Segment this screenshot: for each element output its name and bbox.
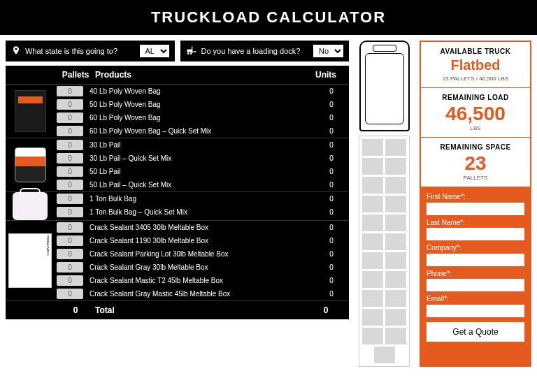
total-pallets: 0 <box>60 305 91 315</box>
svg-rect-1 <box>192 46 192 52</box>
state-label: What state is this going to? <box>25 47 117 55</box>
state-select[interactable]: AL <box>140 45 169 57</box>
pallet-input[interactable] <box>57 86 83 96</box>
available-truck-label: AVAILABLE TRUCK <box>424 48 527 55</box>
product-name: 50 Lb Pail <box>85 168 314 175</box>
pallet-input[interactable] <box>57 140 83 150</box>
dock-label: Do you have a loading dock? <box>201 47 301 55</box>
product-units: 0 <box>314 237 349 245</box>
pallet-input[interactable] <box>57 99 83 110</box>
pallet-slot <box>362 271 383 288</box>
product-row: 40 Lb Poly Woven Bag0 <box>55 85 349 98</box>
truck-cab-icon <box>359 41 410 131</box>
email-input[interactable] <box>427 305 524 317</box>
header-products: Products <box>91 70 308 80</box>
product-units: 0 <box>314 263 349 271</box>
header-units: Units <box>308 70 343 80</box>
product-units: 0 <box>314 208 349 216</box>
pallet-slot <box>385 196 406 212</box>
pallet-input[interactable] <box>57 289 83 299</box>
remaining-space-unit: PALLETS <box>424 175 527 181</box>
pallet-slot <box>385 233 406 250</box>
main-container: What state is this going to? AL Do you h… <box>0 35 537 372</box>
pallet-input[interactable] <box>57 180 83 190</box>
pallet-input[interactable] <box>57 262 83 273</box>
dock-control: Do you have a loading dock? No <box>180 41 350 61</box>
pallet-slot <box>385 139 406 156</box>
pallet-input[interactable] <box>57 194 83 204</box>
pallet-input[interactable] <box>57 249 83 259</box>
state-control: What state is this going to? AL <box>6 41 175 61</box>
product-row: Crack Sealant Mastic T2 45lb Meltable Bo… <box>55 274 349 287</box>
first-name-input[interactable] <box>427 203 524 215</box>
product-group: 40 Lb Poly Woven Bag050 Lb Poly Woven Ba… <box>6 85 349 138</box>
pallet-slot <box>362 215 383 231</box>
trailer-icon <box>359 136 410 367</box>
pallet-slot <box>362 139 383 156</box>
product-name: Crack Sealant 1190 30lb Meltable Box <box>85 237 314 245</box>
product-row: 50 Lb Pail – Quick Set Mix0 <box>55 178 349 191</box>
product-name: 30 Lb Pail – Quick Set Mix <box>85 154 314 162</box>
bulk-icon <box>13 192 48 220</box>
product-units: 0 <box>314 168 349 175</box>
product-name: 30 Lb Pail <box>85 141 314 149</box>
pallet-input[interactable] <box>57 275 83 286</box>
pallet-input[interactable] <box>57 112 83 123</box>
product-row: 1 Ton Bulk Bag – Quick Set Mix0 <box>55 205 349 219</box>
phone-label: Phone*: <box>427 270 524 277</box>
phone-input[interactable] <box>427 279 524 291</box>
pallet-input[interactable] <box>57 207 83 217</box>
remaining-space-value: 23 <box>424 154 527 173</box>
header-pallets: Pallets <box>60 70 91 80</box>
pail-icon <box>15 147 46 182</box>
product-row: 1 Ton Bulk Bag0 <box>55 192 349 205</box>
pallet-input[interactable] <box>57 126 83 136</box>
pallet-slot <box>385 328 406 344</box>
product-name: 50 Lb Poly Woven Bag <box>85 101 314 108</box>
product-units: 0 <box>314 114 349 122</box>
svg-point-4 <box>190 52 192 55</box>
page-title: TRUCKLOAD CALCULATOR <box>0 0 537 35</box>
product-name: Crack Sealant 3405 30lb Meltable Box <box>85 224 314 231</box>
pallet-slot <box>374 347 395 363</box>
pallet-slot <box>385 290 406 307</box>
product-name: 1 Ton Bulk Bag <box>85 195 314 203</box>
pallet-input[interactable] <box>57 153 83 164</box>
company-input[interactable] <box>427 254 524 266</box>
dock-select[interactable]: No <box>313 45 343 57</box>
svg-point-3 <box>187 52 189 55</box>
product-row: Crack Sealant Gray 30lb Meltable Box0 <box>55 261 349 274</box>
product-units: 0 <box>314 141 349 149</box>
pallet-slot <box>385 271 406 288</box>
products-table: Pallets Products Units 40 Lb Poly Woven … <box>6 66 349 319</box>
product-units: 0 <box>314 277 349 284</box>
svg-rect-2 <box>192 51 196 52</box>
pallet-input[interactable] <box>57 235 83 246</box>
remaining-load-unit: LBS <box>424 125 527 131</box>
product-units: 0 <box>314 195 349 203</box>
product-row: 30 Lb Pail – Quick Set Mix0 <box>55 152 349 165</box>
pallet-input[interactable] <box>57 166 83 177</box>
product-row: 30 Lb Pail0 <box>55 138 349 152</box>
available-truck-sub: 23 PALLETS / 46,500 LBS <box>424 75 527 82</box>
sidebar: AVAILABLE TRUCK Flatbed 23 PALLETS / 46,… <box>420 41 531 367</box>
box-icon: PERMA-PATCH <box>8 233 52 288</box>
pallet-slot <box>362 233 383 250</box>
last-name-input[interactable] <box>427 228 524 240</box>
pallet-slot <box>362 177 383 194</box>
get-quote-button[interactable]: Get a Quote <box>427 322 524 342</box>
product-units: 0 <box>314 127 349 135</box>
left-column: What state is this going to? AL Do you h… <box>6 41 349 367</box>
pallet-slot <box>385 177 406 194</box>
product-row: 60 Lb Poly Woven Bag – Quick Set Mix0 <box>55 124 349 138</box>
product-name: Crack Sealant Gray 30lb Meltable Box <box>85 263 314 271</box>
remaining-load-label: REMAINING LOAD <box>424 94 527 101</box>
pallet-input[interactable] <box>57 222 83 233</box>
product-units: 0 <box>314 290 349 298</box>
available-truck-value: Flatbed <box>424 57 527 73</box>
email-label: Email*: <box>427 295 524 303</box>
product-name: 1 Ton Bulk Bag – Quick Set Mix <box>85 208 314 216</box>
pallet-slot <box>362 328 383 344</box>
product-units: 0 <box>314 154 349 162</box>
pallet-slot <box>362 252 383 269</box>
